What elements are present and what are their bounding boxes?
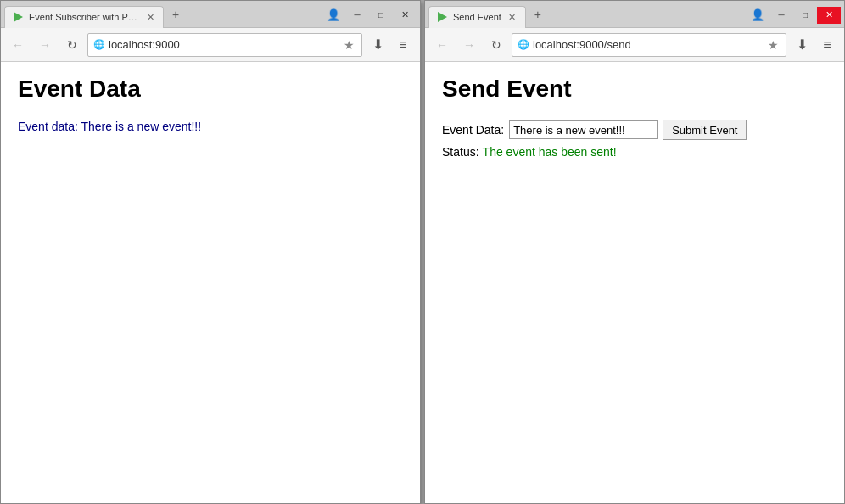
event-data-paragraph: Event data: There is a new event!!!	[18, 120, 403, 133]
tab-1[interactable]: Event Subscriber with Play ✕	[4, 6, 164, 28]
address-bar-2[interactable]: 🌐 ★	[512, 33, 786, 57]
submit-event-button[interactable]: Submit Event	[663, 120, 747, 140]
status-row: Status: The event has been sent!	[442, 145, 827, 159]
bookmark-icon-2[interactable]: ★	[766, 36, 781, 53]
maximize-button-2[interactable]: □	[793, 7, 817, 24]
event-data-value: There is a new event!!!	[81, 120, 201, 133]
forward-button-2[interactable]: →	[457, 33, 481, 57]
event-data-input[interactable]	[509, 120, 658, 139]
maximize-button-1[interactable]: □	[369, 7, 393, 24]
page-content-1: Event Data Event data: There is a new ev…	[1, 62, 420, 503]
title-bar-left-2: Send Event ✕ +	[428, 3, 746, 25]
toolbar-2: ← → ↻ 🌐 ★ ⬇ ≡	[425, 28, 844, 62]
tab-2[interactable]: Send Event ✕	[428, 6, 526, 28]
reload-button-2[interactable]: ↻	[484, 33, 508, 57]
svg-marker-1	[438, 12, 447, 22]
tab-title-1: Event Subscriber with Play	[29, 12, 139, 22]
bookmark-icon-1[interactable]: ★	[342, 36, 356, 53]
form-event-data-label: Event Data:	[442, 123, 504, 137]
title-bar-left-1: Event Subscriber with Play ✕ +	[4, 3, 322, 25]
play-icon	[12, 11, 24, 23]
address-bar-1[interactable]: 🌐 ★	[87, 33, 362, 57]
title-bar-2: Send Event ✕ + 👤 ─ □ ✕	[425, 1, 844, 28]
svg-marker-0	[14, 12, 23, 22]
person-button-1[interactable]: 👤	[322, 7, 345, 24]
page-content-2: Send Event Event Data: Submit Event Stat…	[425, 62, 844, 503]
forward-button-1[interactable]: →	[33, 33, 57, 57]
browser-window-1: Event Subscriber with Play ✕ + 👤 ─ □ ✕ ←…	[0, 0, 421, 504]
toolbar-1: ← → ↻ 🌐 ★ ⬇ ≡	[1, 28, 420, 62]
form-row: Event Data: Submit Event	[442, 120, 827, 140]
toolbar-right-2: ⬇ ≡	[790, 33, 839, 57]
toolbar-right-1: ⬇ ≡	[366, 33, 415, 57]
menu-button-2[interactable]: ≡	[815, 33, 839, 57]
title-bar-1: Event Subscriber with Play ✕ + 👤 ─ □ ✕	[1, 1, 420, 28]
status-label: Status:	[442, 145, 479, 159]
new-tab-button-1[interactable]: +	[165, 4, 186, 25]
reload-button-1[interactable]: ↻	[60, 33, 84, 57]
new-tab-button-2[interactable]: +	[528, 4, 548, 25]
tab-close-btn-2[interactable]: ✕	[506, 11, 518, 23]
download-button-1[interactable]: ⬇	[366, 33, 389, 57]
back-button-2[interactable]: ←	[430, 33, 454, 57]
tab-title-2: Send Event	[453, 12, 501, 22]
status-value: The event has been sent!	[483, 145, 617, 159]
page-heading-1: Event Data	[18, 76, 403, 103]
download-button-2[interactable]: ⬇	[790, 33, 814, 57]
tab-close-btn-1[interactable]: ✕	[144, 11, 156, 23]
person-button-2[interactable]: 👤	[746, 7, 769, 24]
address-icon-2: 🌐	[518, 39, 529, 50]
close-button-2[interactable]: ✕	[817, 7, 841, 24]
play-icon-2	[436, 11, 448, 23]
browser-window-2: Send Event ✕ + 👤 ─ □ ✕ ← → ↻	[424, 0, 845, 504]
back-button-1[interactable]: ←	[6, 33, 30, 57]
window-controls-2: 👤 ─ □ ✕	[746, 5, 841, 24]
address-input-1[interactable]	[109, 38, 339, 51]
close-button-1[interactable]: ✕	[393, 7, 417, 24]
send-event-form: Event Data: Submit Event Status: The eve…	[442, 120, 827, 159]
window-controls-1: 👤 ─ □ ✕	[322, 5, 417, 24]
event-data-label: Event data:	[18, 120, 81, 133]
minimize-button-1[interactable]: ─	[345, 7, 369, 24]
address-input-2[interactable]	[533, 38, 763, 51]
menu-button-1[interactable]: ≡	[391, 33, 415, 57]
address-icon-1: 🌐	[93, 39, 105, 50]
page-heading-2: Send Event	[442, 76, 827, 103]
minimize-button-2[interactable]: ─	[769, 7, 793, 24]
